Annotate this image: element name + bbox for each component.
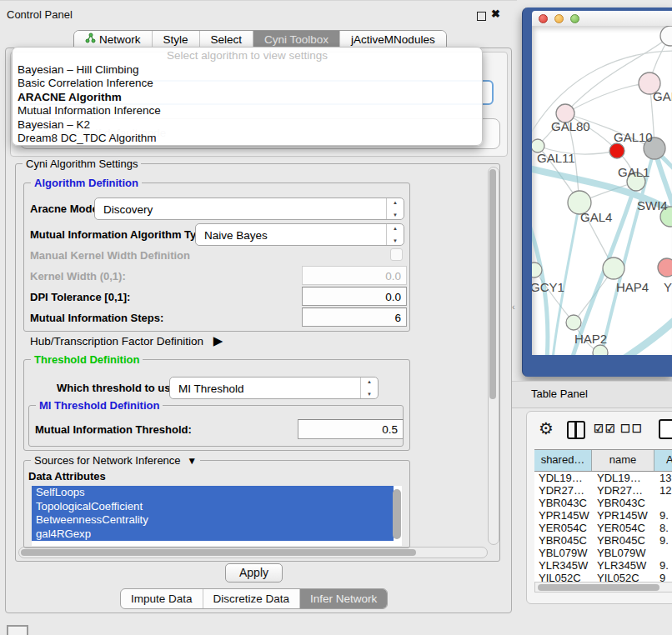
table-horizontal-scrollbar[interactable] [534, 582, 672, 592]
dpi-tolerance-value: 0.0 [385, 290, 401, 302]
data-attributes-list[interactable]: SelfLoops TopologicalCoefficient Between… [32, 486, 402, 546]
cell-name: YPR145W [597, 509, 657, 522]
table-row[interactable]: YDL19…YDL19…13 [534, 472, 672, 484]
mi-steps-field[interactable]: 6 [302, 308, 407, 327]
column-header-shared-name[interactable]: shared… [534, 450, 592, 471]
select-all-icon[interactable]: ☑☑ [594, 422, 616, 435]
kernel-width-field: 0.0 [302, 266, 407, 285]
gear-icon[interactable]: ⚙ [539, 418, 554, 438]
table-row[interactable]: YBL079WYBL079W [534, 547, 672, 559]
label-gal4: GAL4 [580, 210, 612, 224]
node-bottom[interactable] [593, 345, 608, 355]
dpi-tolerance-field[interactable]: 0.0 [302, 287, 407, 306]
list-item-selfloops[interactable]: SelfLoops [32, 486, 394, 500]
network-window-titlebar[interactable] [532, 11, 672, 26]
settings-vertical-scrollbar-thumb[interactable] [489, 169, 496, 399]
dropdown-item-bayesian-hill-climbing[interactable]: Bayesian – Hill Climbing [18, 63, 139, 77]
settings-vertical-scrollbar[interactable] [488, 167, 499, 545]
table-row[interactable]: YER054CYER054C8. [534, 522, 672, 534]
mi-threshold-field[interactable]: 0.5 [298, 419, 404, 439]
label-hap4: HAP4 [616, 280, 649, 294]
cell-value: 13 [659, 472, 672, 484]
new-table-icon[interactable] [659, 419, 672, 439]
dropdown-item-basic-correlation[interactable]: Basic Correlation Inference [18, 77, 153, 90]
aracne-mode-combobox[interactable]: Discovery [94, 198, 404, 220]
settings-horizontal-scrollbar-thumb[interactable] [21, 549, 416, 556]
mi-type-combobox[interactable]: Naive Bayes [195, 223, 404, 246]
mi-threshold-group-title: MI Threshold Definition [36, 399, 163, 412]
mi-threshold-value: 0.5 [382, 423, 398, 436]
list-item-gal4rgexp[interactable]: gal4RGexp [32, 528, 394, 542]
collapse-down-arrow-icon[interactable]: ▼ [187, 455, 197, 467]
algorithm-dropdown-list: Select algorithm to view settings Bayesi… [12, 47, 483, 146]
aracne-mode-value: Discovery [103, 202, 153, 215]
table-row[interactable]: YBR043CYBR043C [534, 497, 672, 509]
hub-definition-toggle[interactable]: Hub/Transcription Factor Definition ▶ [30, 333, 223, 348]
node-gcy1[interactable] [532, 262, 542, 278]
show-columns-icon[interactable] [567, 421, 585, 439]
kernel-width-value: 0.0 [385, 269, 401, 282]
float-panel-icon[interactable] [477, 12, 486, 21]
control-panel-titlebar: Control Panel ✖ [0, 0, 517, 28]
deselect-all-icon[interactable]: ☐☐ [620, 422, 643, 435]
dropdown-item-aracne[interactable]: ARACNE Algorithm [18, 91, 122, 104]
mi-steps-label: Mutual Information Steps: [30, 312, 163, 324]
expand-right-arrow-icon[interactable]: ▶ [213, 333, 223, 348]
label-gal1: GAL1 [618, 165, 649, 179]
cell-value: 9. [659, 509, 672, 522]
table-row[interactable]: YPR145WYPR145W9. [534, 509, 672, 522]
tab-discretize-data[interactable]: Discretize Data [203, 589, 300, 608]
list-item-betweennesscentrality[interactable]: BetweennessCentrality [32, 513, 394, 528]
mi-type-value: Naive Bayes [204, 228, 268, 241]
mi-threshold-label: Mutual Information Threshold: [35, 423, 192, 436]
label-gal10: GAL10 [614, 130, 653, 144]
cell-name: YBR045C [597, 534, 657, 547]
node-hap4[interactable] [603, 258, 624, 279]
network-view-window: GAL GAL80 GAL10 GAL11 GAL1 SWI4 GAL4 GCY… [522, 8, 672, 377]
column-header-clipped[interactable]: A [654, 450, 672, 471]
table-panel-title: Table Panel [531, 388, 672, 400]
window-close-icon[interactable] [539, 14, 548, 23]
node-red[interactable] [609, 143, 624, 158]
nodes [532, 26, 672, 355]
cell-shared: YDR27… [539, 484, 595, 497]
splitter-collapse-icon[interactable]: ‹ [512, 302, 515, 312]
which-threshold-combobox[interactable]: MI Threshold [169, 377, 379, 399]
tab-impute-data[interactable]: Impute Data [121, 589, 203, 608]
stepper-icon [360, 378, 378, 398]
panel-title: Control Panel [7, 8, 73, 21]
apply-button[interactable]: Apply [225, 563, 283, 582]
cell-name: YDR27… [597, 484, 657, 497]
label-right-pink: Y [664, 280, 672, 294]
node-top-right[interactable] [660, 26, 672, 46]
manual-kernel-label: Manual Kernel Width Definition [30, 249, 190, 262]
window-minimize-icon[interactable] [554, 14, 564, 23]
cell-value: 12 [659, 484, 672, 497]
table-row[interactable]: YDR27…YDR27…12 [534, 484, 672, 497]
table-row[interactable]: YBR045CYBR045C9. [534, 534, 672, 547]
dropdown-item-bayesian-k2[interactable]: Bayesian – K2 [18, 118, 90, 132]
close-icon[interactable]: ✖ [491, 8, 500, 20]
docked-panel-icon[interactable] [7, 625, 28, 635]
table-header-row: shared… name A [534, 449, 672, 472]
node-hap2[interactable] [566, 315, 581, 330]
node-right-pink[interactable] [658, 258, 672, 277]
column-header-name[interactable]: name [592, 450, 654, 471]
table-horizontal-scrollbar-thumb[interactable] [538, 584, 659, 591]
dropdown-item-mutual-information[interactable]: Mutual Information Inference [18, 104, 161, 118]
list-item-topologicalcoefficient[interactable]: TopologicalCoefficient [32, 500, 394, 514]
attributes-list-scrollbar-thumb[interactable] [393, 489, 401, 539]
manual-kernel-checkbox[interactable] [390, 248, 403, 261]
label-hap2: HAP2 [574, 332, 607, 346]
window-zoom-icon[interactable] [570, 14, 579, 23]
label-gcy1: GCY1 [532, 280, 564, 294]
label-gal-clipped: GAL [653, 89, 672, 103]
network-canvas[interactable]: GAL GAL80 GAL10 GAL11 GAL1 SWI4 GAL4 GCY… [532, 26, 672, 355]
cell-shared: YBR043C [539, 497, 595, 509]
tab-infer-network[interactable]: Infer Network [299, 589, 387, 608]
table-row[interactable]: YLR345WYLR345W9. [534, 559, 672, 572]
settings-horizontal-scrollbar[interactable] [18, 547, 488, 558]
dropdown-item-dream8[interactable]: Dream8 DC_TDC Algorithm [18, 132, 157, 145]
cell-name: YBR043C [597, 497, 657, 509]
thick-edges [532, 148, 672, 355]
